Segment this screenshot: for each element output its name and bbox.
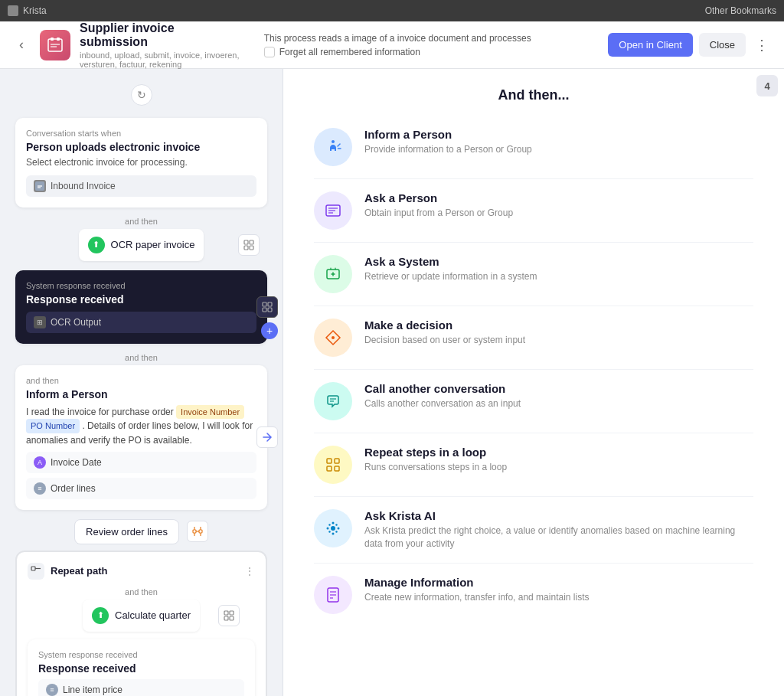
inform-label: and then [26, 376, 256, 385]
svg-rect-9 [250, 240, 253, 244]
calculate-row: ⬆ Calculate quarter [28, 600, 255, 632]
action-item-manage-info[interactable]: Manage Information Create new informatio… [314, 564, 753, 626]
action-item-ask-person[interactable]: Ask a Person Obtain input from a Person … [314, 179, 753, 243]
canvas-scroll[interactable]: ↻ Conversation starts when Person upload… [0, 69, 283, 696]
po-number-tag: PO Number [26, 419, 80, 433]
canvas-panel: ↻ Conversation starts when Person upload… [0, 69, 283, 696]
inform-card: and then Inform a Person I read the invo… [15, 365, 267, 510]
inbound-label: Inbound Invoice [51, 181, 116, 191]
calculate-action-card: ⬆ Calculate quarter [83, 600, 200, 632]
app-title-area: Supplier invoice submission inbound, upl… [80, 21, 240, 69]
ask-person-text: Ask a Person Obtain input from a Person … [364, 191, 513, 220]
svg-point-47 [328, 524, 330, 525]
and-then-header: And then... [283, 69, 784, 116]
ask-system-title: Ask a System [364, 255, 537, 268]
manage-info-icon [314, 576, 352, 614]
svg-rect-25 [224, 611, 228, 615]
app-subtitle: inbound, upload, submit, invoice, invoer… [80, 51, 240, 69]
inform-person-desc: Provide information to a Person or Group [364, 143, 532, 156]
svg-rect-23 [31, 567, 35, 570]
svg-rect-27 [224, 616, 228, 620]
browser-bar: Krista Other Bookmarks [0, 0, 784, 21]
line-item-price-icon: ≡ [46, 684, 58, 696]
browser-title: Krista [23, 5, 47, 16]
inform-side-connector[interactable] [256, 426, 278, 448]
svg-rect-10 [244, 246, 248, 250]
svg-point-46 [338, 528, 340, 530]
more-options-button[interactable]: ⋮ [752, 34, 772, 57]
order-lines-row: ≡ Order lines [26, 478, 256, 499]
repeat-steps-icon [314, 446, 352, 484]
app-title: Supplier invoice submission [80, 21, 240, 49]
ocr-output-badge: ⊞ OCR Output [26, 312, 256, 333]
action-item-inform-person[interactable]: Inform a Person Provide information to a… [314, 116, 753, 179]
close-button[interactable]: Close [699, 33, 746, 57]
action-item-ask-krista[interactable]: Ask Krista AI Ask Krista predict the rig… [314, 497, 753, 564]
inform-person-icon [314, 128, 352, 166]
svg-rect-11 [250, 246, 253, 250]
svg-rect-16 [193, 530, 196, 533]
svg-rect-8 [244, 240, 248, 244]
response-title: Response received [26, 293, 256, 306]
app-icon [40, 30, 70, 60]
ocr-output-icon: ⊞ [34, 316, 46, 328]
call-conversation-icon [314, 382, 352, 420]
repeat-steps-text: Repeat steps in a loop Runs conversation… [364, 446, 507, 474]
svg-rect-14 [263, 308, 266, 312]
svg-rect-40 [327, 466, 332, 471]
action-item-ask-system[interactable]: Ask a System Retrieve or update informat… [314, 243, 753, 306]
response-title-2: Response received [38, 662, 244, 675]
inbound-badge: Inbound Invoice [26, 175, 256, 197]
calculate-label: Calculate quarter [115, 609, 191, 621]
calculate-side-connector[interactable] [218, 605, 240, 626]
forget-checkbox[interactable] [264, 47, 275, 57]
make-decision-title: Make a decision [364, 319, 525, 332]
action-item-repeat-steps[interactable]: Repeat steps in a loop Runs conversation… [314, 433, 753, 497]
review-order-lines-button[interactable]: Review order lines [74, 519, 179, 544]
main-area: ↻ Conversation starts when Person upload… [0, 69, 784, 696]
line-item-price-row: ≡ Line item price [38, 679, 244, 696]
response-side-connector[interactable] [256, 296, 278, 318]
invoice-date-row: A Invoice Date [26, 452, 256, 473]
refresh-button[interactable]: ↻ [131, 84, 152, 106]
add-step-button[interactable]: + [261, 322, 278, 339]
ask-system-icon [314, 255, 352, 293]
ocr-side-connector[interactable] [238, 234, 260, 256]
svg-rect-39 [335, 459, 339, 463]
action-item-make-decision[interactable]: Make a decision Decision based on user o… [314, 306, 753, 370]
right-panel: 4 And then... Inform a Person Provide in… [283, 69, 784, 696]
open-in-client-button[interactable]: Open in Client [608, 33, 692, 57]
review-row: Review order lines [15, 519, 267, 544]
repeat-path-options[interactable]: ⋮ [244, 565, 255, 577]
start-label: Conversation starts when [26, 129, 256, 138]
manage-info-title: Manage Information [364, 576, 589, 589]
order-lines-icon: ≡ [34, 482, 46, 495]
make-decision-icon [314, 319, 352, 357]
repeat-path-title: Repeat path [51, 565, 107, 577]
ocr-output-label: OCR Output [51, 317, 101, 328]
start-desc: Select electronic invoice for processing… [26, 156, 256, 169]
svg-point-50 [328, 531, 330, 532]
svg-point-35 [332, 336, 335, 339]
back-button[interactable]: ‹ [12, 36, 31, 54]
ask-system-desc: Retrieve or update information in a syst… [364, 270, 537, 283]
repeat-path-header: Repeat path ⋮ [28, 563, 255, 580]
ask-system-text: Ask a System Retrieve or update informat… [364, 255, 537, 283]
inform-title: Inform a Person [26, 388, 256, 400]
action-item-call-conversation[interactable]: Call another conversation Calls another … [314, 370, 753, 433]
call-conversation-text: Call another conversation Calls another … [364, 382, 521, 410]
system-response-label: System response received [26, 281, 256, 290]
start-title: Person uploads electronic invoice [26, 141, 256, 153]
svg-rect-13 [268, 302, 272, 306]
svg-point-45 [327, 528, 329, 530]
svg-point-42 [331, 526, 335, 531]
svg-rect-41 [335, 466, 339, 471]
sys-resp-2: System response received [38, 650, 244, 659]
invoice-date-icon: A [34, 456, 46, 469]
make-decision-text: Make a decision Decision based on user o… [364, 319, 525, 347]
app-header: ‹ Supplier invoice submission inbound, u… [0, 21, 784, 69]
review-connector[interactable] [187, 521, 208, 542]
manage-info-text: Manage Information Create new informatio… [364, 576, 589, 604]
process-desc: This process reads a image of a invoice … [264, 33, 584, 44]
inform-person-title: Inform a Person [364, 128, 532, 141]
